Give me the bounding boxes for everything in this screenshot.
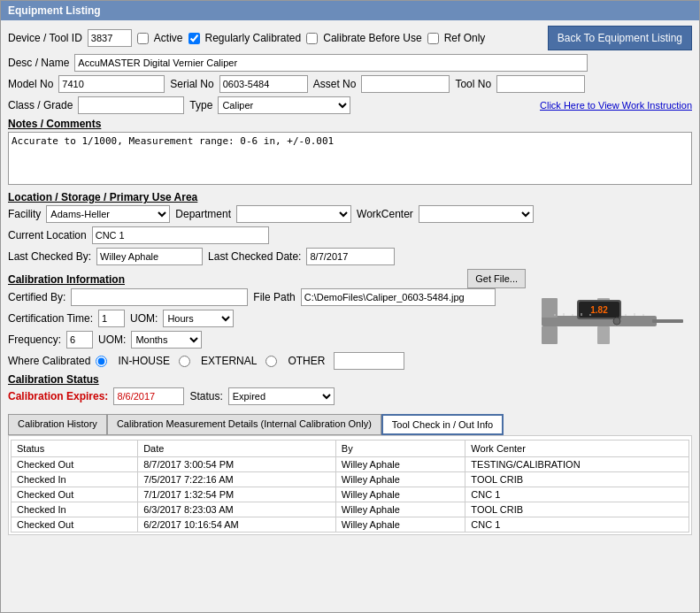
col-work-center: Work Center bbox=[465, 441, 689, 457]
desc-input[interactable] bbox=[74, 54, 588, 72]
svg-rect-5 bbox=[652, 319, 683, 323]
location-row2: Current Location bbox=[8, 226, 692, 244]
table-body: Checked Out8/7/2017 3:00:54 PMWilley Aph… bbox=[12, 457, 689, 533]
tab-calibration-history[interactable]: Calibration History bbox=[8, 414, 107, 435]
table-row: Checked Out6/2/2017 10:16:54 AMWilley Ap… bbox=[12, 517, 689, 533]
other-input[interactable] bbox=[334, 352, 404, 370]
caliper-svg: 1.82 bbox=[537, 272, 688, 373]
asset-no-input[interactable] bbox=[361, 75, 450, 93]
cell-by: Willey Aphale bbox=[335, 487, 465, 502]
type-select[interactable]: Caliper bbox=[218, 96, 350, 114]
cell-date: 6/2/2017 10:16:54 AM bbox=[138, 517, 336, 533]
calibration-info-title: Calibration Information bbox=[8, 273, 125, 286]
cell-by: Willey Aphale bbox=[335, 517, 465, 533]
notes-textarea[interactable]: Accurate to 1/1000, Measurement range: 0… bbox=[8, 132, 692, 185]
cell-date: 6/3/2017 8:23:03 AM bbox=[138, 502, 336, 517]
class-grade-input[interactable] bbox=[78, 96, 184, 114]
class-row: Class / Grade Type Caliper Click Here to… bbox=[8, 96, 692, 114]
file-path-input[interactable] bbox=[301, 288, 496, 306]
freq-uom-label: UOM: bbox=[98, 333, 126, 346]
frequency-label: Frequency: bbox=[8, 333, 61, 346]
last-checked-date-label: Last Checked Date: bbox=[208, 250, 301, 263]
external-radio[interactable] bbox=[179, 356, 190, 367]
model-no-label: Model No bbox=[8, 78, 53, 90]
cert-uom-label: UOM: bbox=[130, 312, 158, 325]
external-label: EXTERNAL bbox=[201, 355, 257, 367]
tab-calibration-measurement-label: Calibration Measurement Details (Interna… bbox=[117, 418, 372, 429]
cell-by: Willey Aphale bbox=[335, 472, 465, 487]
freq-uom-select[interactable]: Hours Days Months bbox=[131, 331, 202, 349]
device-tool-id-label: Device / Tool ID bbox=[8, 32, 82, 44]
col-status: Status bbox=[12, 441, 138, 457]
work-instruction-link[interactable]: Click Here to View Work Instruction bbox=[540, 100, 692, 111]
tab-calibration-measurement[interactable]: Calibration Measurement Details (Interna… bbox=[107, 414, 381, 435]
cell-work_center: TESTING/CALIBRATION bbox=[465, 457, 689, 472]
location-row1: Facility Adams-Heller Department WorkCen… bbox=[8, 205, 692, 223]
tab-tool-check-in-out[interactable]: Tool Check in / Out Info bbox=[381, 414, 504, 435]
cert-uom-select[interactable]: Hours Days Months bbox=[163, 310, 234, 327]
frequency-input[interactable] bbox=[66, 331, 93, 349]
cell-status: Checked Out bbox=[12, 457, 138, 472]
cell-date: 7/1/2017 1:32:54 PM bbox=[138, 487, 336, 502]
other-label: OTHER bbox=[288, 355, 325, 367]
workcenter-label: WorkCenter bbox=[357, 208, 413, 220]
status-select[interactable]: Expired Active N/A bbox=[228, 387, 335, 405]
facility-select[interactable]: Adams-Heller bbox=[46, 205, 170, 223]
header-row: Device / Tool ID Active Regularly Calibr… bbox=[8, 26, 692, 50]
notes-title: Notes / Comments bbox=[8, 118, 692, 130]
device-tool-id-input[interactable] bbox=[88, 29, 132, 47]
type-label: Type bbox=[189, 99, 212, 111]
cell-by: Willey Aphale bbox=[335, 502, 465, 517]
cert-time-input[interactable] bbox=[98, 310, 125, 327]
location-row3: Last Checked By: Last Checked Date: bbox=[8, 248, 692, 265]
where-calibrated-label: Where Calibrated bbox=[8, 355, 90, 367]
tab-tool-check-in-out-label: Tool Check in / Out Info bbox=[392, 419, 493, 430]
window-title: Equipment Listing bbox=[8, 4, 101, 17]
last-checked-by-input[interactable] bbox=[96, 248, 203, 265]
certified-by-label: Certified By: bbox=[8, 291, 65, 303]
svg-rect-4 bbox=[597, 326, 610, 344]
calibration-expires-input[interactable] bbox=[113, 387, 184, 405]
ref-only-checkbox[interactable] bbox=[427, 33, 439, 44]
notes-section: Notes / Comments Accurate to 1/1000, Mea… bbox=[8, 118, 692, 188]
status-label: Status: bbox=[189, 390, 222, 402]
cell-date: 8/7/2017 3:00:54 PM bbox=[138, 457, 336, 472]
current-location-input[interactable] bbox=[92, 226, 269, 244]
certified-by-row: Certified By: File Path bbox=[8, 288, 526, 306]
get-file-button[interactable]: Get File... bbox=[467, 269, 526, 288]
certified-by-input[interactable] bbox=[71, 288, 248, 306]
table-header-row: Status Date By Work Center bbox=[12, 441, 689, 457]
department-label: Department bbox=[175, 208, 231, 220]
where-calibrated-group: IN-HOUSE EXTERNAL OTHER bbox=[96, 352, 404, 370]
current-location-label: Current Location bbox=[8, 229, 87, 241]
serial-no-label: Serial No bbox=[170, 78, 213, 90]
in-house-label: IN-HOUSE bbox=[118, 355, 170, 367]
back-to-equipment-button[interactable]: Back To Equipment Listing bbox=[548, 26, 692, 50]
model-row: Model No Serial No Asset No Tool No bbox=[8, 75, 692, 93]
main-window: Equipment Listing Device / Tool ID Activ… bbox=[0, 0, 700, 613]
in-house-radio[interactable] bbox=[96, 356, 107, 367]
facility-label: Facility bbox=[8, 208, 41, 220]
workcenter-select[interactable] bbox=[419, 205, 534, 223]
table-row: Checked In7/5/2017 7:22:16 AMWilley Apha… bbox=[12, 472, 689, 487]
department-select[interactable] bbox=[236, 205, 351, 223]
calibrate-before-use-checkbox[interactable] bbox=[306, 33, 318, 44]
cert-time-row: Certification Time: UOM: Hours Days Mont… bbox=[8, 310, 526, 327]
serial-no-input[interactable] bbox=[219, 75, 308, 93]
asset-no-label: Asset No bbox=[313, 78, 357, 90]
location-title: Location / Storage / Primary Use Area bbox=[8, 191, 692, 203]
regularly-calibrated-checkbox[interactable] bbox=[188, 33, 200, 44]
tool-no-input[interactable] bbox=[496, 75, 585, 93]
table-row: Checked In6/3/2017 8:23:03 AMWilley Apha… bbox=[12, 502, 689, 517]
tool-check-table: Status Date By Work Center Checked Out8/… bbox=[11, 440, 689, 533]
last-checked-date-input[interactable] bbox=[306, 248, 395, 265]
active-checkbox[interactable] bbox=[137, 33, 149, 44]
model-no-input[interactable] bbox=[58, 75, 165, 93]
col-date: Date bbox=[138, 441, 336, 457]
regularly-calibrated-label: Regularly Calibrated bbox=[205, 32, 302, 44]
last-checked-by-label: Last Checked By: bbox=[8, 250, 91, 263]
other-radio[interactable] bbox=[265, 356, 277, 367]
cell-work_center: CNC 1 bbox=[465, 517, 689, 533]
file-path-label: File Path bbox=[253, 291, 295, 303]
ref-only-label: Ref Only bbox=[444, 32, 486, 44]
